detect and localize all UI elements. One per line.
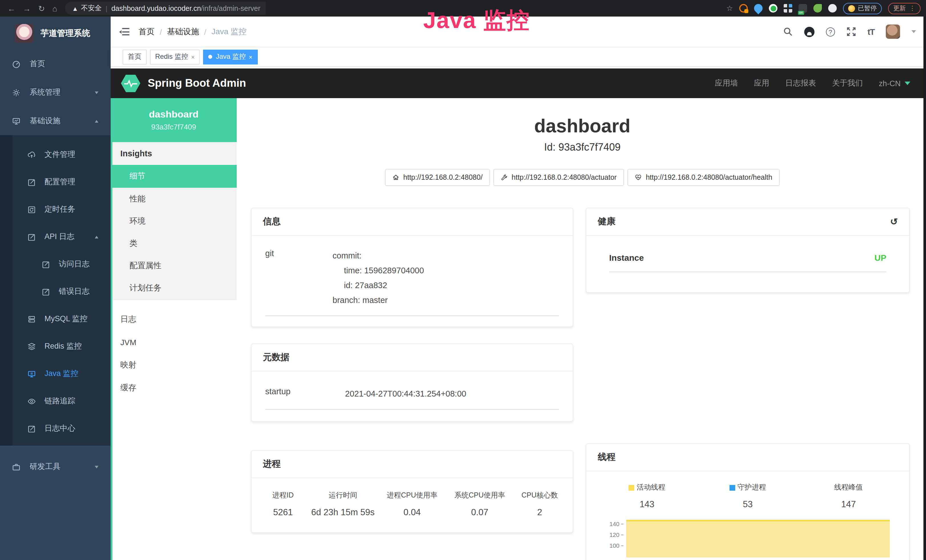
fullscreen-icon[interactable] xyxy=(846,27,856,36)
edit-square-icon xyxy=(27,178,36,186)
locale-selector[interactable]: zh-CN xyxy=(879,79,910,88)
col-system-cpu: 系统CPU使用率 xyxy=(446,491,514,507)
app-logo-row[interactable]: 芋道管理系统 xyxy=(0,17,110,50)
status-badge: UP xyxy=(875,253,887,262)
sba-brand-title[interactable]: Spring Boot Admin xyxy=(148,77,246,89)
sba-item-scheduled-tasks[interactable]: 计划任务 xyxy=(110,277,237,299)
sba-item-details[interactable]: 细节 xyxy=(110,165,237,188)
font-size-icon[interactable]: tT xyxy=(867,27,875,36)
sba-link-journal[interactable]: 日志报表 xyxy=(785,78,816,88)
sidebar-item-dev-tools[interactable]: 研发工具 ▾ xyxy=(0,453,110,481)
service-url-button[interactable]: http://192.168.0.2:48080/ xyxy=(385,169,490,186)
process-card: 进程 进程ID 运行时间 进程CPU使用率 系统CPU使用率 xyxy=(251,450,573,533)
tab-java-monitor[interactable]: Java 监控 × xyxy=(203,49,257,64)
sidebar-item-error-logs[interactable]: 错误日志 xyxy=(0,278,110,305)
browser-menu-icon[interactable]: ⋮ xyxy=(909,5,915,12)
sidebar-item-file-management[interactable]: 文件管理 xyxy=(0,141,110,168)
info-git-key: git xyxy=(265,248,333,307)
sba-link-applications[interactable]: 应用 xyxy=(754,78,769,88)
edit-square-icon xyxy=(42,260,50,268)
reload-icon[interactable]: ↻ xyxy=(38,4,45,13)
chevron-down-icon: ▾ xyxy=(95,464,99,469)
gear-icon xyxy=(12,88,21,97)
breadcrumb-home[interactable]: 首页 xyxy=(139,27,154,37)
val-uptime: 6d 23h 15m 59s xyxy=(307,507,378,518)
sidebar-item-label: 系统管理 xyxy=(30,87,61,98)
tags-bar: 首页 Redis 监控 × Java 监控 × xyxy=(110,47,926,67)
sba-item-logs[interactable]: 日志 xyxy=(110,308,237,331)
extension-icon-on[interactable] xyxy=(799,4,807,12)
service-url-label: http://192.168.0.2:48080/ xyxy=(403,173,483,182)
home-icon[interactable]: ⌂ xyxy=(52,4,57,13)
legend-value: 53 xyxy=(697,499,798,510)
sba-item-caches[interactable]: 缓存 xyxy=(110,377,237,400)
bookmark-star-icon[interactable]: ☆ xyxy=(726,4,733,12)
sidebar-item-label: 日志中心 xyxy=(44,423,75,434)
hamburger-icon[interactable] xyxy=(119,28,130,35)
search-icon[interactable] xyxy=(783,27,793,36)
sba-item-mappings[interactable]: 映射 xyxy=(110,354,237,377)
threads-legend: 活动线程 143 守护进程 53 xyxy=(597,483,899,510)
sidebar-item-access-logs[interactable]: 访问日志 xyxy=(0,250,110,278)
scrollbar[interactable] xyxy=(923,17,926,560)
address-bar[interactable]: ▲ 不安全 | dashboard.yudao.iocoder.cn/infra… xyxy=(65,2,266,15)
sba-logo-icon[interactable] xyxy=(121,74,140,92)
sidebar-item-label: MySQL 监控 xyxy=(44,314,88,324)
sba-link-wallboard[interactable]: 应用墙 xyxy=(715,78,738,88)
metadata-startup-key: startup xyxy=(265,386,345,401)
sba-item-environment[interactable]: 环境 xyxy=(110,210,237,232)
extensions-puzzle-icon[interactable] xyxy=(828,4,837,12)
update-button[interactable]: 更新 ⋮ xyxy=(888,3,921,14)
github-icon[interactable] xyxy=(804,27,814,37)
help-icon[interactable]: ? xyxy=(826,27,835,36)
sba-link-about[interactable]: 关于我们 xyxy=(832,78,863,88)
tab-label: Redis 监控 xyxy=(155,52,188,62)
extension-icon-orange[interactable] xyxy=(739,4,748,12)
sidebar-item-config-management[interactable]: 配置管理 xyxy=(0,168,110,196)
sidebar-item-system[interactable]: 系统管理 ▾ xyxy=(0,78,110,107)
sba-item-classes[interactable]: 类 xyxy=(110,232,237,254)
tab-home[interactable]: 首页 xyxy=(123,49,147,64)
blue-swatch-icon xyxy=(729,485,735,490)
close-icon[interactable]: × xyxy=(249,53,253,60)
sba-item-metrics[interactable]: 性能 xyxy=(110,188,237,210)
edit-square-icon xyxy=(42,287,50,296)
health-url-button[interactable]: http://192.168.0.2:48080/actuator/health xyxy=(627,169,779,186)
sba-item-jvm[interactable]: JVM xyxy=(110,331,237,354)
extension-icon-grid[interactable] xyxy=(784,4,792,12)
chart-area-series xyxy=(626,520,890,557)
breadcrumb-separator: / xyxy=(204,27,206,36)
warning-icon: ▲ xyxy=(72,5,78,12)
extension-icon-leaf[interactable] xyxy=(813,4,822,12)
sidebar-item-scheduled-jobs[interactable]: 定时任务 xyxy=(0,196,110,223)
sidebar-item-java-monitor[interactable]: Java 监控 xyxy=(0,360,110,387)
paused-badge[interactable]: 已暂停 xyxy=(843,3,882,14)
sidebar-item-home[interactable]: 首页 xyxy=(0,50,110,78)
history-icon[interactable]: ↺ xyxy=(890,216,898,227)
security-label: 不安全 xyxy=(81,3,101,13)
sidebar-item-mysql-monitor[interactable]: MySQL 监控 xyxy=(0,305,110,333)
sidebar-item-infrastructure[interactable]: 基础设施 ▴ xyxy=(0,107,110,135)
actuator-url-button[interactable]: http://192.168.0.2:48080/actuator xyxy=(493,169,624,186)
sba-instance-header[interactable]: dashboard 93a3fc7f7409 xyxy=(110,98,237,142)
sidebar-item-redis-monitor[interactable]: Redis 监控 xyxy=(0,333,110,360)
threads-card-body: 活动线程 143 守护进程 53 xyxy=(586,471,909,554)
sidebar-item-api-logs[interactable]: API 日志 ▴ xyxy=(0,223,110,250)
user-avatar[interactable] xyxy=(886,24,900,39)
health-card-header: 健康 ↺ xyxy=(586,208,909,236)
breadcrumb-infrastructure[interactable]: 基础设施 xyxy=(167,27,199,37)
tab-redis-monitor[interactable]: Redis 监控 × xyxy=(150,49,200,64)
sidebar-item-tracing[interactable]: 链路追踪 xyxy=(0,387,110,415)
legend-value: 143 xyxy=(597,499,697,510)
sba-item-config-props[interactable]: 配置属性 xyxy=(110,254,237,277)
extension-icon-green[interactable] xyxy=(769,4,778,12)
sidebar-item-log-center[interactable]: 日志中心 xyxy=(0,415,110,442)
back-icon[interactable]: ← xyxy=(8,4,15,13)
close-icon[interactable]: × xyxy=(191,53,195,60)
forward-icon[interactable]: → xyxy=(23,4,31,13)
avatar-caret-icon[interactable] xyxy=(911,30,916,33)
process-header-row: 进程ID 运行时间 进程CPU使用率 系统CPU使用率 CPU核心数 xyxy=(259,491,566,507)
extension-icon-pin[interactable] xyxy=(752,2,764,14)
paused-label: 已暂停 xyxy=(858,4,877,12)
sidebar-item-label: Java 监控 xyxy=(44,369,79,379)
